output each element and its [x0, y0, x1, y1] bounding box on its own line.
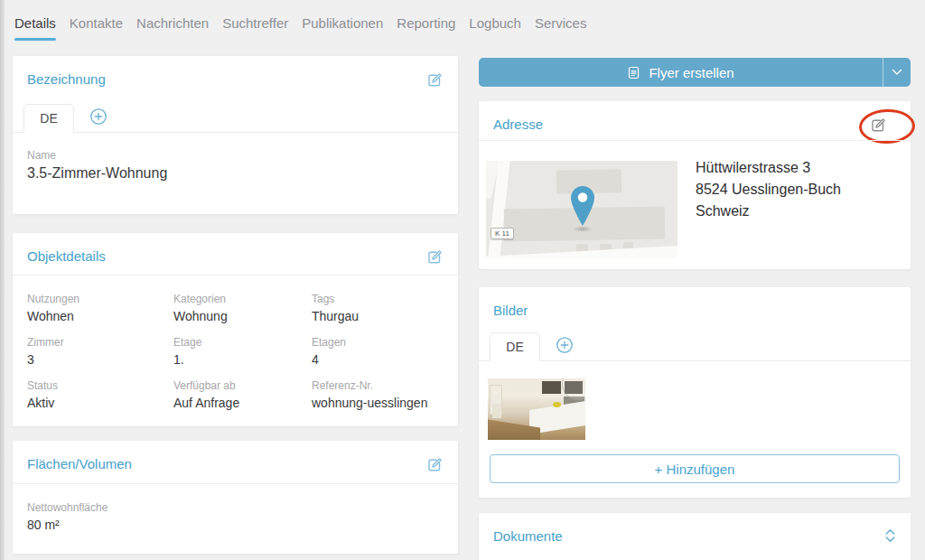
card-title: Adresse — [493, 117, 543, 132]
tab-details[interactable]: Details — [14, 15, 56, 41]
tab-nachrichten[interactable]: Nachrichten — [136, 15, 209, 41]
name-label: Name — [27, 149, 167, 162]
flyer-dropdown-toggle[interactable] — [883, 58, 911, 87]
field: KategorienWohnung — [173, 293, 312, 323]
name-value: 3.5-Zimmer-Wohnung — [27, 165, 167, 182]
tab-label: Services — [535, 15, 587, 31]
tab-de[interactable]: DE — [490, 332, 540, 361]
language-tab-strip: DE — [13, 104, 458, 133]
edit-icon[interactable] — [425, 71, 444, 89]
tab-label: Logbuch — [469, 15, 521, 31]
area-label: Nettowohnfläche — [27, 501, 107, 514]
flaechen-card: Flächen/Volumen Nettowohnfläche 80 m² — [13, 441, 458, 554]
active-tab-underline — [14, 38, 56, 41]
card-title: Flächen/Volumen — [27, 456, 132, 471]
tab-label: Suchtreffer — [222, 15, 288, 31]
edit-icon[interactable] — [869, 117, 887, 135]
content-left-edge — [0, 0, 5, 560]
adresse-card: Adresse K 11 Hüttwilerstrasse 3 8524 Ue — [479, 101, 911, 269]
add-language-icon[interactable] — [89, 107, 107, 126]
tab-services[interactable]: Services — [535, 15, 587, 41]
flyer-button-label: Flyer erstellen — [649, 65, 733, 80]
map-pin-icon — [568, 184, 597, 229]
tab-label: Nachrichten — [136, 15, 209, 31]
tab-publikationen[interactable]: Publikationen — [302, 15, 383, 41]
photo-thumbnail[interactable] — [488, 378, 585, 440]
thumbnail-detail — [553, 402, 561, 407]
address-line: Schweiz — [696, 201, 841, 222]
object-details-grid: NutzungenWohnen KategorienWohnung TagsTh… — [27, 293, 444, 410]
card-title: Dokumente — [493, 528, 563, 544]
tab-de[interactable]: DE — [23, 104, 74, 133]
address-text: Hüttwilerstrasse 3 8524 Uesslingen-Buch … — [696, 157, 841, 222]
thumbnail-detail — [542, 381, 561, 394]
address-line: Hüttwilerstrasse 3 — [696, 157, 841, 179]
add-language-icon[interactable] — [556, 336, 574, 354]
add-image-button[interactable]: + Hinzufügen — [490, 454, 900, 483]
tab-label: Publikationen — [302, 15, 383, 31]
flyer-main-action[interactable]: Flyer erstellen — [479, 58, 883, 87]
edit-icon[interactable] — [425, 248, 444, 266]
tab-label: DE — [506, 340, 523, 354]
sort-unfold-icon[interactable] — [884, 528, 896, 543]
chevron-down-icon — [892, 69, 902, 76]
tab-label: Details — [14, 15, 56, 31]
tab-logbuch[interactable]: Logbuch — [469, 15, 521, 41]
field: StatusAktiv — [27, 379, 173, 410]
road-label-badge: K 11 — [491, 228, 514, 239]
field: Etage1. — [173, 336, 312, 367]
objektdetails-card: Objektdetails NutzungenWohnen Kategorien… — [13, 233, 458, 426]
field: TagsThurgau — [312, 293, 444, 323]
pdf-file-icon — [627, 66, 640, 79]
bezeichnung-card: Bezeichnung DE Name 3.5-Zimmer-Wohnung — [13, 56, 458, 214]
card-title: Bilder — [493, 303, 528, 318]
top-nav: Details Kontakte Nachrichten Suchtreffer… — [14, 15, 586, 41]
tab-reporting[interactable]: Reporting — [397, 15, 455, 41]
tab-label: Reporting — [397, 15, 455, 31]
tab-label: Kontakte — [70, 15, 123, 31]
bilder-card: Bilder DE + Hinzufügen — [479, 287, 911, 498]
dokumente-card: Dokumente — [479, 513, 911, 560]
map-preview[interactable]: K 11 — [486, 161, 677, 258]
flyer-erstellen-button[interactable]: Flyer erstellen — [479, 58, 911, 87]
tab-label: DE — [40, 111, 57, 126]
divider — [13, 483, 458, 484]
language-tab-strip: DE — [479, 332, 911, 361]
card-title: Bezeichnung — [27, 71, 106, 87]
field: Referenz-Nr.wohnung-uesslingen — [312, 379, 444, 410]
divider — [479, 140, 911, 141]
edit-icon[interactable] — [425, 456, 444, 474]
add-image-label: + Hinzufügen — [655, 462, 735, 477]
field: Etagen4 — [312, 336, 444, 367]
address-line: 8524 Uesslingen-Buch — [696, 179, 841, 201]
field: Verfügbar abAuf Anfrage — [173, 379, 312, 410]
card-title: Objektdetails — [27, 248, 106, 264]
field: Zimmer3 — [27, 336, 173, 367]
field: NutzungenWohnen — [27, 293, 173, 323]
divider — [13, 275, 458, 275]
area-value: 80 m² — [27, 518, 107, 532]
tab-kontakte[interactable]: Kontakte — [70, 15, 123, 41]
tab-suchtreffer[interactable]: Suchtreffer — [222, 15, 288, 41]
thumbnail-detail — [492, 404, 501, 418]
